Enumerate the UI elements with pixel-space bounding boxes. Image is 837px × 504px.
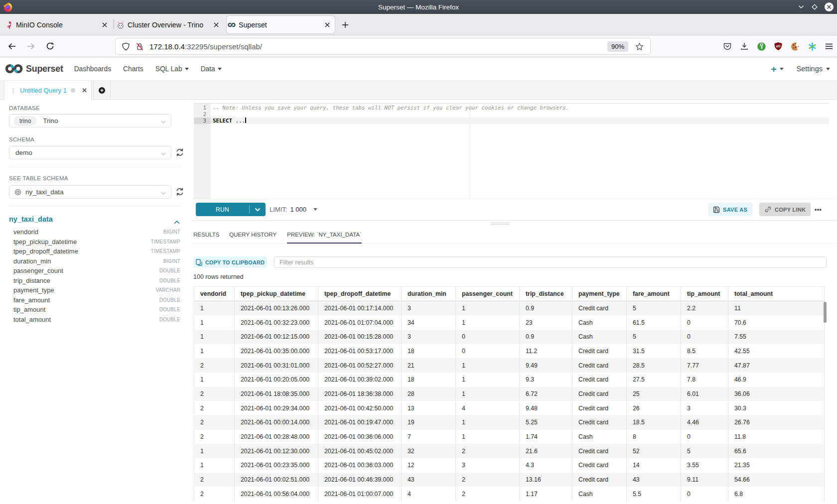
tab-preview[interactable]: PREVIEW: `NY_TAXI_DATA` <box>287 227 362 244</box>
table-header-cell[interactable]: tpep_dropoff_datetime <box>318 287 402 301</box>
table-row[interactable]: 22021-06-01 18:08:35.0002021-06-01 18:36… <box>194 387 825 401</box>
browser-tab-superset[interactable]: Superset <box>227 16 335 33</box>
table-cell: Cash <box>572 487 627 501</box>
column-row[interactable]: duration_minBIGINT <box>13 256 180 266</box>
table-header-cell[interactable]: tpep_pickup_datetime <box>235 287 318 301</box>
window-minimize-icon[interactable] <box>798 3 805 10</box>
table-row[interactable]: 22021-06-01 00:29:34.0002021-06-01 00:42… <box>194 401 825 415</box>
resize-handle[interactable] <box>491 222 509 226</box>
shield-icon[interactable] <box>119 42 133 51</box>
reload-button[interactable] <box>42 38 58 54</box>
table-row[interactable]: 12021-06-01 00:13:26.0002021-06-01 00:17… <box>194 301 825 316</box>
drag-handle-icon[interactable]: ⋮ <box>10 87 16 94</box>
downloads-icon[interactable] <box>739 41 749 51</box>
column-row[interactable]: vendoridBIGINT <box>13 227 180 237</box>
refresh-schema-icon[interactable] <box>175 147 185 157</box>
table-row[interactable]: 12021-06-01 00:12:30.0002021-06-01 00:45… <box>194 444 825 458</box>
table-select[interactable]: ny_taxi_data <box>9 185 171 199</box>
bookmark-star-icon[interactable] <box>632 39 646 53</box>
table-header-cell[interactable]: duration_min <box>402 287 456 301</box>
column-row[interactable]: passenger_countDOUBLE <box>13 266 180 276</box>
save-as-button[interactable]: SAVE AS <box>708 203 752 216</box>
browser-tab-minio[interactable]: MinIO Console <box>4 16 112 33</box>
table-header-cell[interactable]: payment_type <box>572 287 627 301</box>
copy-link-button[interactable]: COPY LINK <box>759 203 811 216</box>
run-dropdown-icon[interactable] <box>250 208 266 212</box>
tab-close-icon[interactable] <box>99 19 110 30</box>
table-row[interactable]: 12021-06-01 00:32:23.0002021-06-01 01:07… <box>194 315 825 330</box>
table-row[interactable]: 12021-06-01 00:12:15.0002021-06-01 00:15… <box>194 330 825 344</box>
cookie-extension-icon[interactable] <box>790 41 800 51</box>
table-header-cell[interactable]: vendorid <box>194 287 235 301</box>
collapse-table-icon[interactable] <box>174 217 180 226</box>
table-header-cell[interactable]: trip_distance <box>520 287 572 301</box>
forward-button[interactable] <box>23 38 39 54</box>
pocket-icon[interactable] <box>722 41 732 51</box>
navbar-settings[interactable]: Settings <box>797 65 830 73</box>
tab-close-icon[interactable] <box>211 19 222 30</box>
new-tab-button[interactable] <box>338 17 353 32</box>
more-menu-button[interactable]: ••• <box>815 203 822 216</box>
table-cell: 47.87 <box>728 358 825 373</box>
nav-sqllab[interactable]: SQL Lab <box>149 65 195 73</box>
tab-results[interactable]: RESULTS <box>193 227 220 244</box>
query-tab-close-icon[interactable]: ✕ <box>82 87 87 94</box>
keepassxc-extension-icon[interactable] <box>756 41 766 51</box>
table-header-cell[interactable]: passenger_count <box>456 287 520 301</box>
column-row[interactable]: tpep_dropoff_datetimeTIMESTAMP <box>13 247 180 256</box>
sql-editor[interactable]: 1 2 3 -- Note: Unless you save your quer… <box>194 103 829 199</box>
table-row[interactable]: 22021-06-01 00:00:14.0002021-06-01 00:19… <box>194 415 825 430</box>
save-as-label: SAVE AS <box>723 207 747 213</box>
lock-insecure-icon[interactable] <box>133 42 146 51</box>
nav-charts[interactable]: Charts <box>117 65 149 73</box>
results-actions: COPY TO CLIPBOARD Filter results <box>192 252 837 268</box>
table-cell: 1 <box>456 301 520 316</box>
table-cell: 2021-06-01 00:39:02.000 <box>318 373 402 387</box>
back-button[interactable] <box>4 38 20 54</box>
nav-dashboards[interactable]: Dashboards <box>68 65 117 73</box>
table-name-heading[interactable]: ny_taxi_data <box>9 215 53 223</box>
query-tab-active[interactable]: ⋮ Untitled Query 1 ✕ <box>4 81 92 100</box>
ublock-origin-icon[interactable]: uO <box>773 41 783 51</box>
table-row[interactable]: 12021-06-01 00:35:00.0002021-06-01 00:53… <box>194 344 825 359</box>
column-row[interactable]: total_amountDOUBLE <box>13 315 180 325</box>
refresh-table-icon[interactable] <box>175 187 185 197</box>
table-row[interactable]: 22021-06-01 00:28:48.0002021-06-01 00:36… <box>194 430 825 444</box>
table-row[interactable]: 12021-06-01 00:23:35.0002021-06-01 00:36… <box>194 458 825 473</box>
table-row[interactable]: 22021-06-01 00:56:04.0002021-06-01 01:00… <box>194 487 825 501</box>
table-row[interactable]: 12021-06-01 00:20:05.0002021-06-01 00:39… <box>194 373 825 387</box>
run-button[interactable]: RUN <box>196 203 266 216</box>
column-row[interactable]: trip_distanceDOUBLE <box>13 276 180 286</box>
url-bar[interactable]: 172.18.0.4:32295/superset/sqllab/ 90% <box>116 38 650 54</box>
column-row[interactable]: tpep_pickup_datetimeTIMESTAMP <box>13 237 180 247</box>
zoom-level-badge[interactable]: 90% <box>607 41 628 52</box>
table-header-cell[interactable]: fare_amount <box>627 287 681 301</box>
table-cell: 9.3 <box>520 373 572 387</box>
nav-data[interactable]: Data <box>195 65 228 73</box>
menu-hamburger-icon[interactable] <box>824 41 834 51</box>
limit-dropdown[interactable]: LIMIT: 1 000 <box>270 203 317 216</box>
filter-results-input[interactable]: Filter results <box>274 256 827 268</box>
table-cell: 2021-06-01 00:23:35.000 <box>235 458 318 473</box>
table-row[interactable]: 22021-06-01 00:31:01.0002021-06-01 00:52… <box>194 358 825 373</box>
database-select[interactable]: trino Trino <box>9 114 171 127</box>
column-row[interactable]: payment_typeVARCHAR <box>13 285 180 295</box>
column-row[interactable]: fare_amountDOUBLE <box>13 295 180 305</box>
table-header-cell[interactable]: tip_amount <box>681 287 728 301</box>
add-query-tab-button[interactable] <box>93 81 111 100</box>
table-header-cell[interactable]: total_amount <box>728 287 825 301</box>
column-row[interactable]: tip_amountDOUBLE <box>13 305 180 315</box>
tab-query-history[interactable]: QUERY HISTORY <box>229 227 277 244</box>
tab-close-icon[interactable] <box>322 19 333 30</box>
superset-logo[interactable]: Superset <box>5 64 63 74</box>
navbar-add-button[interactable]: + <box>771 64 783 74</box>
table-cell: 3 <box>456 458 520 473</box>
browser-tab-trino[interactable]: Cluster Overview - Trino <box>116 16 224 33</box>
table-scrollbar-thumb[interactable] <box>824 302 827 323</box>
window-close-icon[interactable] <box>825 2 834 11</box>
asterisk-extension-icon[interactable] <box>807 41 817 51</box>
window-maximize-icon[interactable] <box>811 3 818 10</box>
copy-to-clipboard-button[interactable]: COPY TO CLIPBOARD <box>193 256 267 268</box>
table-row[interactable]: 22021-06-01 00:02:51.0002021-06-01 00:46… <box>194 473 825 487</box>
schema-select[interactable]: demo <box>9 146 171 159</box>
